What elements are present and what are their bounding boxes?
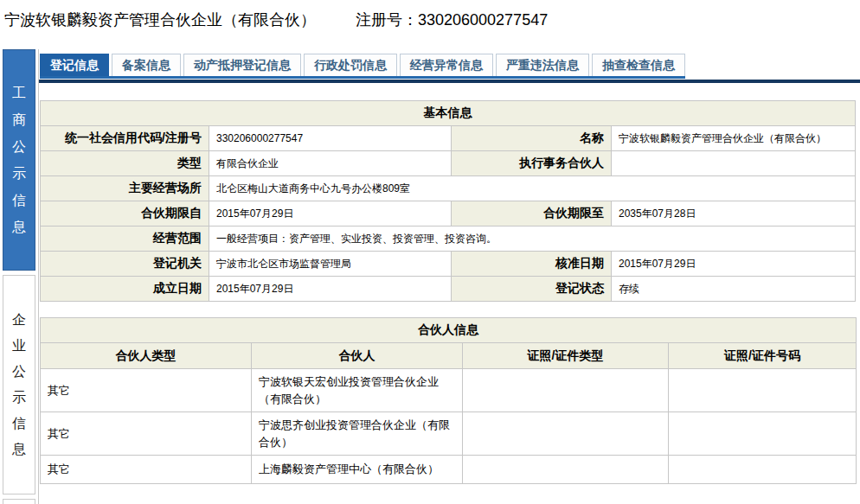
partner-type-cell: 其它 xyxy=(41,369,252,412)
field-label: 主要经营场所 xyxy=(41,176,209,201)
partner-column-header: 合伙人 xyxy=(252,343,463,369)
partner-info-title: 合伙人信息 xyxy=(41,318,857,343)
basic-info-row: 成立日期2015年07月29日登记状态存续 xyxy=(41,277,856,302)
field-value: 北仑区梅山大道商务中心九号办公楼809室 xyxy=(209,176,856,201)
field-label: 执行事务合伙人 xyxy=(452,151,612,176)
field-label: 成立日期 xyxy=(41,277,209,302)
sidebar-item-gongshang-gongshi[interactable]: 工商公示信息 xyxy=(3,49,35,271)
partner-header-row: 合伙人类型合伙人证照/证件类型证照/证件号码 xyxy=(41,343,857,369)
partner-cert-no-cell xyxy=(669,412,857,456)
field-value: 2035年07月28日 xyxy=(612,201,856,226)
sidebar-item-qiye-gongshi[interactable]: 企业公示信息 xyxy=(3,275,35,494)
tab-5[interactable]: 严重违法信息 xyxy=(496,54,589,76)
field-label: 合伙期限自 xyxy=(41,201,209,226)
field-value: 330206000277547 xyxy=(209,126,452,151)
tab-6[interactable]: 抽查检查信息 xyxy=(592,54,685,76)
tab-4[interactable]: 经营异常信息 xyxy=(400,54,493,76)
tab-3[interactable]: 行政处罚信息 xyxy=(304,54,397,76)
basic-info-row: 类型有限合伙企业执行事务合伙人 xyxy=(41,151,856,176)
tab-strip: 登记信息备案信息动产抵押登记信息行政处罚信息经营异常信息严重违法信息抽查检查信息 xyxy=(40,54,685,79)
sidebar-item-char: 企 xyxy=(12,313,26,327)
sidebar-stub-panel xyxy=(3,499,35,504)
sidebar-item-char: 公 xyxy=(12,365,26,379)
field-value: 一般经营项目：资产管理、实业投资、投资管理、投资咨询。 xyxy=(209,226,856,252)
field-value: 宁波软银麟毅资产管理合伙企业（有限合伙） xyxy=(612,126,856,151)
partner-cert-no-cell xyxy=(669,456,857,484)
field-label: 核准日期 xyxy=(452,252,612,277)
partner-row: 其它宁波思齐创业投资管理合伙企业（有限合伙） xyxy=(41,412,857,456)
field-value: 宁波市北仑区市场监督管理局 xyxy=(209,252,452,277)
partner-column-header: 合伙人类型 xyxy=(41,343,252,369)
page-header: 宁波软银麟毅资产管理合伙企业（有限合伙） 注册号：330206000277547 xyxy=(4,7,856,33)
sidebar: 工商公示信息 企业公示信息 xyxy=(3,49,35,504)
partner-cert-type-cell xyxy=(463,369,669,412)
field-value: 有限合伙企业 xyxy=(209,151,452,176)
basic-info-row: 登记机关宁波市北仑区市场监督管理局核准日期2015年07月29日 xyxy=(41,252,856,277)
field-label: 类型 xyxy=(41,151,209,176)
partner-cert-no-cell xyxy=(669,369,857,412)
sidebar-item-char: 示 xyxy=(12,391,26,405)
partner-row: 其它宁波软银天宏创业投资管理合伙企业（有限合伙） xyxy=(41,369,857,412)
basic-info-body: 统一社会信用代码/注册号330206000277547名称宁波软银麟毅资产管理合… xyxy=(41,126,856,302)
basic-info-row: 合伙期限自2015年07月29日合伙期限至2035年07月28日 xyxy=(41,201,856,226)
partner-name-cell: 宁波软银天宏创业投资管理合伙企业（有限合伙） xyxy=(252,369,463,412)
sidebar-item-char: 息 xyxy=(12,220,26,234)
partner-info-table: 合伙人信息 合伙人类型合伙人证照/证件类型证照/证件号码 其它宁波软银天宏创业投… xyxy=(40,317,857,484)
field-value: 2015年07月29日 xyxy=(612,252,856,277)
partner-type-cell: 其它 xyxy=(41,412,252,456)
field-value xyxy=(612,151,856,176)
partner-name-cell: 宁波思齐创业投资管理合伙企业（有限合伙） xyxy=(252,412,463,456)
sidebar-item-char: 商 xyxy=(12,113,26,127)
tab-divider-bar xyxy=(39,80,860,83)
sidebar-item-char: 业 xyxy=(12,339,26,353)
partner-cert-type-cell xyxy=(463,456,669,484)
registration-number: 注册号：330206000277547 xyxy=(356,10,548,30)
basic-info-row: 统一社会信用代码/注册号330206000277547名称宁波软银麟毅资产管理合… xyxy=(41,126,856,151)
field-value: 2015年07月29日 xyxy=(209,201,452,226)
partner-cert-type-cell xyxy=(463,412,669,456)
tab-1[interactable]: 备案信息 xyxy=(112,54,181,76)
field-label: 合伙期限至 xyxy=(452,201,612,226)
sidebar-item-char: 工 xyxy=(12,86,26,100)
basic-info-row: 经营范围一般经营项目：资产管理、实业投资、投资管理、投资咨询。 xyxy=(41,226,856,252)
sidebar-item-char: 息 xyxy=(12,443,26,456)
partner-column-header: 证照/证件号码 xyxy=(669,343,857,369)
field-label: 经营范围 xyxy=(41,226,209,252)
partner-row: 其它上海麟毅资产管理中心（有限合伙） xyxy=(41,456,857,484)
partner-column-header: 证照/证件类型 xyxy=(463,343,669,369)
partner-type-cell: 其它 xyxy=(41,456,252,484)
partner-info-body: 其它宁波软银天宏创业投资管理合伙企业（有限合伙）其它宁波思齐创业投资管理合伙企业… xyxy=(41,369,857,484)
field-value: 2015年07月29日 xyxy=(209,277,452,302)
basic-info-title: 基本信息 xyxy=(41,101,856,126)
tab-0[interactable]: 登记信息 xyxy=(40,54,109,76)
sidebar-item-char: 示 xyxy=(12,167,26,181)
field-value: 存续 xyxy=(612,277,856,302)
field-label: 登记机关 xyxy=(41,252,209,277)
field-label: 统一社会信用代码/注册号 xyxy=(41,126,209,151)
field-label: 登记状态 xyxy=(452,277,612,302)
main-content: 登记信息备案信息动产抵押登记信息行政处罚信息经营异常信息严重违法信息抽查检查信息… xyxy=(38,49,860,504)
sidebar-item-char: 信 xyxy=(12,194,26,207)
field-label: 名称 xyxy=(452,126,612,151)
company-name: 宁波软银麟毅资产管理合伙企业（有限合伙） xyxy=(4,10,316,30)
sidebar-item-char: 信 xyxy=(12,417,26,431)
basic-info-row: 主要经营场所北仑区梅山大道商务中心九号办公楼809室 xyxy=(41,176,856,201)
basic-info-table: 基本信息 统一社会信用代码/注册号330206000277547名称宁波软银麟毅… xyxy=(40,100,856,302)
sidebar-item-char: 公 xyxy=(12,140,26,154)
tab-2[interactable]: 动产抵押登记信息 xyxy=(183,54,301,76)
partner-name-cell: 上海麟毅资产管理中心（有限合伙） xyxy=(252,456,463,484)
